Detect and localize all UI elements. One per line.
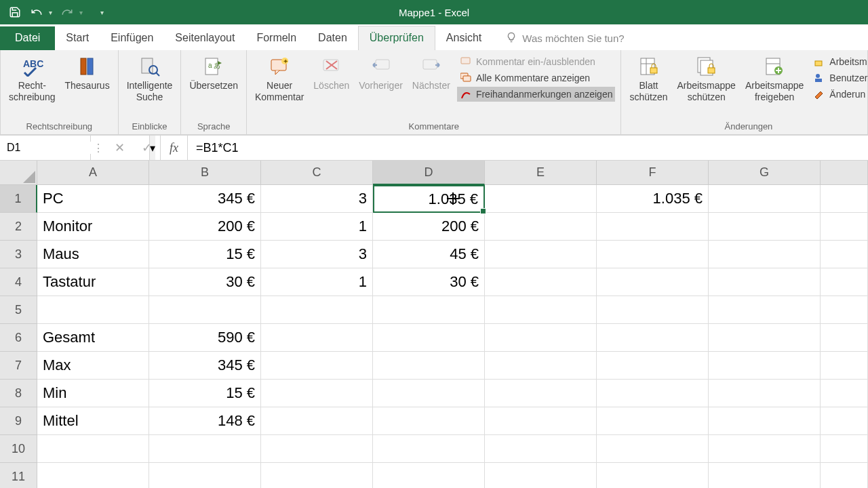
- cell-G6[interactable]: [709, 324, 821, 352]
- show-hide-comment-button[interactable]: Kommentar ein-/ausblenden: [457, 54, 616, 69]
- cell-H9[interactable]: [821, 407, 868, 435]
- next-comment-button[interactable]: Nächster: [410, 53, 453, 93]
- cell-C2[interactable]: 1: [261, 213, 373, 241]
- row-header-9[interactable]: 9: [0, 407, 37, 435]
- cell-F11[interactable]: [597, 463, 709, 488]
- column-header-A[interactable]: A: [37, 161, 149, 185]
- cell-D9[interactable]: [373, 407, 485, 435]
- cancel-formula-button[interactable]: ✕: [106, 140, 133, 155]
- cell-H7[interactable]: [821, 352, 868, 380]
- cell-F9[interactable]: [597, 407, 709, 435]
- cell-C3[interactable]: 3: [261, 241, 373, 268]
- spelling-button[interactable]: ABC Recht- schreibung: [6, 53, 58, 104]
- cell-C8[interactable]: [261, 380, 373, 407]
- cell-H3[interactable]: [821, 241, 868, 268]
- cell-H2[interactable]: [821, 213, 868, 241]
- cell-B1[interactable]: 345 €: [149, 185, 261, 213]
- cell-A7[interactable]: Max: [37, 352, 149, 380]
- cell-C10[interactable]: [261, 435, 373, 463]
- cell-G8[interactable]: [709, 380, 821, 407]
- cell-C5[interactable]: [261, 296, 373, 324]
- row-header-4[interactable]: 4: [0, 268, 37, 296]
- cell-G7[interactable]: [709, 352, 821, 380]
- cell-E1[interactable]: [485, 185, 597, 213]
- cell-E6[interactable]: [485, 324, 597, 352]
- cell-H5[interactable]: [821, 296, 868, 324]
- row-header-8[interactable]: 8: [0, 380, 37, 407]
- cell-C1[interactable]: 3: [261, 185, 373, 213]
- cell-B5[interactable]: [149, 296, 261, 324]
- cell-F1[interactable]: 1.035 €: [597, 185, 709, 213]
- cell-D1[interactable]: 1.035 €: [373, 185, 485, 213]
- show-all-comments-button[interactable]: Alle Kommentare anzeigen: [457, 70, 616, 85]
- previous-comment-button[interactable]: Vorheriger: [356, 53, 406, 93]
- tab-review[interactable]: Überprüfen: [358, 26, 435, 50]
- share-workbook-button[interactable]: Arbeitsmappe freigeben: [743, 53, 806, 104]
- cell-G3[interactable]: [709, 241, 821, 268]
- cell-A5[interactable]: [37, 296, 149, 324]
- cell-F4[interactable]: [597, 268, 709, 296]
- cell-B4[interactable]: 30 €: [149, 268, 261, 296]
- cell-A6[interactable]: Gesamt: [37, 324, 149, 352]
- cell-F10[interactable]: [597, 435, 709, 463]
- cell-B11[interactable]: [149, 463, 261, 488]
- cell-E4[interactable]: [485, 268, 597, 296]
- tab-formulas[interactable]: Formeln: [245, 26, 307, 50]
- show-ink-button[interactable]: Freihandanmerkungen anzeigen: [457, 87, 616, 102]
- protect-share-button[interactable]: Arbeitsm: [810, 54, 868, 69]
- cell-A1[interactable]: PC: [37, 185, 149, 213]
- cell-F5[interactable]: [597, 296, 709, 324]
- cell-A10[interactable]: [37, 435, 149, 463]
- enter-formula-button[interactable]: ✓: [133, 140, 160, 155]
- tab-view[interactable]: Ansicht: [435, 26, 492, 50]
- cell-B3[interactable]: 15 €: [149, 241, 261, 268]
- cell-A2[interactable]: Monitor: [37, 213, 149, 241]
- redo-icon[interactable]: [60, 5, 74, 19]
- cell-A3[interactable]: Maus: [37, 241, 149, 268]
- cell-G4[interactable]: [709, 268, 821, 296]
- cell-B2[interactable]: 200 €: [149, 213, 261, 241]
- thesaurus-button[interactable]: Thesaurus: [62, 53, 113, 93]
- row-header-3[interactable]: 3: [0, 241, 37, 268]
- cell-H10[interactable]: [821, 435, 868, 463]
- cell-F6[interactable]: [597, 324, 709, 352]
- cell-E9[interactable]: [485, 407, 597, 435]
- cell-E10[interactable]: [485, 435, 597, 463]
- cell-D7[interactable]: [373, 352, 485, 380]
- cell-E8[interactable]: [485, 380, 597, 407]
- cell-E3[interactable]: [485, 241, 597, 268]
- cell-D10[interactable]: [373, 435, 485, 463]
- cell-F3[interactable]: [597, 241, 709, 268]
- cell-C4[interactable]: 1: [261, 268, 373, 296]
- cell-G10[interactable]: [709, 435, 821, 463]
- cell-A4[interactable]: Tastatur: [37, 268, 149, 296]
- cell-G9[interactable]: [709, 407, 821, 435]
- row-header-7[interactable]: 7: [0, 352, 37, 380]
- new-comment-button[interactable]: ✦ Neuer Kommentar: [252, 53, 307, 104]
- cell-F8[interactable]: [597, 380, 709, 407]
- column-header-E[interactable]: E: [485, 161, 597, 185]
- tab-page-layout[interactable]: Seitenlayout: [164, 26, 245, 50]
- formula-input[interactable]: [188, 136, 868, 160]
- tab-insert[interactable]: Einfügen: [100, 26, 164, 50]
- cell-E2[interactable]: [485, 213, 597, 241]
- cell-D2[interactable]: 200 €: [373, 213, 485, 241]
- cell-D6[interactable]: [373, 324, 485, 352]
- column-header-extra[interactable]: [821, 161, 868, 185]
- protect-workbook-button[interactable]: Arbeitsmappe schützen: [675, 53, 738, 104]
- cell-F7[interactable]: [597, 352, 709, 380]
- cell-C6[interactable]: [261, 324, 373, 352]
- protect-sheet-button[interactable]: Blatt schützen: [627, 53, 670, 104]
- cell-D11[interactable]: [373, 463, 485, 488]
- cell-G1[interactable]: [709, 185, 821, 213]
- redo-dropdown-icon[interactable]: ▾: [79, 9, 83, 16]
- cell-A8[interactable]: Min: [37, 380, 149, 407]
- cell-D3[interactable]: 45 €: [373, 241, 485, 268]
- row-header-11[interactable]: 11: [0, 463, 37, 488]
- allow-users-button[interactable]: Benutzer: [810, 70, 868, 85]
- column-header-F[interactable]: F: [597, 161, 709, 185]
- tell-me-search[interactable]: Was möchten Sie tun?: [506, 26, 624, 50]
- cell-C7[interactable]: [261, 352, 373, 380]
- cell-H6[interactable]: [821, 324, 868, 352]
- column-header-B[interactable]: B: [149, 161, 261, 185]
